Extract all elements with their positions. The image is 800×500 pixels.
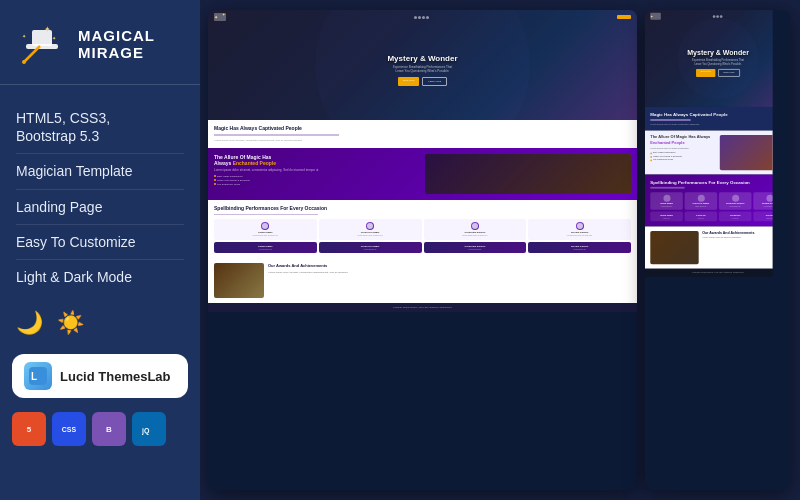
footer-text: Popular Performance: The Left Audience S… bbox=[214, 306, 631, 309]
mock-section-performances: Spellbinding Performances For Every Occa… bbox=[208, 200, 637, 258]
perf-2-icon-4 bbox=[766, 195, 773, 202]
divider bbox=[0, 84, 200, 85]
mock-nav-dots bbox=[414, 16, 429, 19]
preview-2-inner: ✦ Mystery & Wonder Experience Breathtaki… bbox=[645, 10, 773, 432]
list-2-dot-2 bbox=[650, 156, 652, 158]
mock-hero-btns: Book Now Learn More bbox=[387, 77, 457, 86]
awards-row: Our Awards And Achievements Lorem ipsum … bbox=[214, 263, 631, 298]
svg-point-11 bbox=[262, 223, 268, 229]
perf-2-r2-text-2: Lorem sit. bbox=[686, 217, 715, 219]
mock-awards-section: Our Awards And Achievements Lorem ipsum … bbox=[208, 258, 637, 303]
feature-darkmode: Light & Dark Mode bbox=[16, 260, 184, 294]
dot-4 bbox=[426, 16, 429, 19]
theme-toggle: 🌙 ☀️ bbox=[0, 300, 200, 346]
moon-icon[interactable]: 🌙 bbox=[16, 310, 43, 336]
list-2-item-1: Best Magic Experience bbox=[650, 152, 716, 155]
enchanted-2-two-col: The Allure Of Magic Has Always Enchanted… bbox=[650, 135, 772, 170]
list-text-3: Our Experince Gives bbox=[217, 183, 240, 186]
card-dark-4-text: Lorem ipsum sit. bbox=[530, 248, 629, 250]
mock-hero-btns-2: Book Now Learn More bbox=[687, 69, 749, 77]
mock-awards-section-2: Our Awards And Achievements Lorem ipsum … bbox=[645, 227, 773, 269]
perf-2-r2-text-1: Lorem sit. bbox=[652, 217, 681, 219]
perf-2-icon-3 bbox=[732, 195, 739, 202]
feature-landing: Landing Page bbox=[16, 190, 184, 225]
awards-2-text: Lorem ipsum dolor sit amet consectetur. bbox=[702, 236, 772, 239]
perf-2-r2-text-3: Lorem sit. bbox=[721, 217, 750, 219]
dot-7 bbox=[719, 15, 722, 18]
card-closeup-text: Lorem ipsum dolor sit amet con. bbox=[321, 234, 420, 236]
mock-book-btn-2: Book Now bbox=[696, 69, 715, 77]
card-stage-icon bbox=[261, 222, 269, 230]
awards-2-title: Our Awards And Achievements bbox=[702, 231, 772, 235]
perf-divider bbox=[214, 214, 318, 216]
mock-nav-logo-2 bbox=[650, 13, 661, 20]
section-2-captivated-text: Lorem ipsum dolor sit amet consectetur a… bbox=[650, 123, 772, 126]
svg-text:jQ: jQ bbox=[141, 427, 150, 435]
mock-site-2: ✦ Mystery & Wonder Experience Breathtaki… bbox=[645, 10, 773, 432]
mock-learn-btn-2: Learn More bbox=[718, 69, 740, 77]
enchanted-img-col bbox=[425, 154, 632, 194]
mock-hero-1: ✦ ✦ Mystery & Wonder Experience Breathta bbox=[208, 10, 637, 120]
svg-point-12 bbox=[367, 223, 373, 229]
perf-2-card-3: Corporate Events Lorem ipsum sit. bbox=[719, 192, 752, 210]
list-2-dot-3 bbox=[650, 160, 652, 162]
html5-badge: 5 bbox=[12, 412, 46, 446]
awards-image bbox=[214, 263, 264, 298]
feature-magician: Magician Template bbox=[16, 154, 184, 189]
perf-2-icon-1 bbox=[663, 195, 670, 202]
card-dark-3-text: Lorem ipsum sit. bbox=[426, 248, 525, 250]
mock-nav-btn bbox=[617, 15, 631, 19]
mock-section-2-captivated: Magic Has Always Captivated People Lorem… bbox=[645, 107, 773, 131]
enchanted-2-text-col: The Allure Of Magic Has Always Enchanted… bbox=[650, 135, 716, 170]
list-item-2: Magic Storytelling & Branding bbox=[214, 179, 421, 182]
performances-title: Spellbinding Performances For Every Occa… bbox=[214, 205, 631, 211]
perf-2-r2-text-4: Lorem sit. bbox=[755, 217, 773, 219]
awards-image-2 bbox=[650, 231, 698, 264]
list-2-item-2: Magic Storytelling & Branding bbox=[650, 156, 716, 159]
mock-nav-logo bbox=[214, 13, 226, 21]
list-text-2: Magic Storytelling & Branding bbox=[217, 179, 250, 182]
card-stage: Stage Magic Lorem ipsum dolor sit amet c… bbox=[214, 219, 317, 239]
perf-2-r2-card-1: Stage Magic Lorem sit. bbox=[650, 212, 683, 222]
performances-cards-dark: Stage Magic Lorem ipsum sit. Close-Up Ma… bbox=[214, 242, 631, 253]
logo-area: ✦ ✦ ✦ MAGICAL MIRAGE bbox=[0, 0, 200, 84]
feature-list: HTML5, CSS3,Bootstrap 5.3 Magician Templ… bbox=[0, 95, 200, 300]
footer-2-text: Popular Performance: The Left Audience S… bbox=[650, 271, 772, 274]
feature-html5: HTML5, CSS3,Bootstrap 5.3 bbox=[16, 101, 184, 154]
mock-section-captivated: Magic Has Always Captivated People Lorem… bbox=[208, 120, 637, 148]
list-item-3: Our Experince Gives bbox=[214, 183, 421, 186]
svg-text:✦: ✦ bbox=[44, 25, 51, 34]
perf-2-r2-card-4: Parties Lorem sit. bbox=[753, 212, 772, 222]
list-text-1: Best Magic Experience bbox=[217, 175, 243, 178]
right-content: ✦ ✦ Mystery & Wonder Experience Breathta bbox=[200, 0, 800, 500]
logo-name-top: MAGICAL bbox=[78, 27, 155, 44]
perf-2-r2-card-3: Corporate Lorem sit. bbox=[719, 212, 752, 222]
bootstrap-badge: B bbox=[92, 412, 126, 446]
card-dark-1-text: Lorem ipsum sit. bbox=[216, 248, 315, 250]
perf-2-card-1: Stage Magic Lorem ipsum sit. bbox=[650, 192, 683, 210]
card-private-icon bbox=[576, 222, 584, 230]
feature-customize: Easy To Customize bbox=[16, 225, 184, 260]
lucid-badge[interactable]: L Lucid ThemesLab bbox=[12, 354, 188, 398]
list-dot-3 bbox=[214, 183, 216, 185]
dot-1 bbox=[414, 16, 417, 19]
perf-2-text-3: Lorem ipsum sit. bbox=[721, 205, 750, 207]
dot-5 bbox=[712, 15, 715, 18]
awards-row-2: Our Awards And Achievements Lorem ipsum … bbox=[650, 231, 772, 264]
mock-hero-content-2: Mystery & Wonder Experience Breathtaking… bbox=[687, 48, 749, 77]
list-dot-2 bbox=[214, 179, 216, 181]
mock-hero-sub-2: Experience Breathtaking Performances Tha… bbox=[687, 58, 749, 65]
card-corporate: Corporate Events Lorem ipsum dolor sit a… bbox=[424, 219, 527, 239]
sun-icon[interactable]: ☀️ bbox=[57, 310, 84, 336]
dot-6 bbox=[716, 15, 719, 18]
list-dot-1 bbox=[214, 175, 216, 177]
mock-nav-1 bbox=[208, 10, 637, 24]
dot-3 bbox=[422, 16, 425, 19]
perf-2-icon-2 bbox=[697, 195, 704, 202]
perf-2-card-4: Private Parties Lorem ipsum sit. bbox=[753, 192, 772, 210]
card-dark-2-text: Lorem ipsum sit. bbox=[321, 248, 420, 250]
enchanted-list: Best Magic Experience Magic Storytelling… bbox=[214, 175, 421, 186]
mock-hero-title-2: Mystery & Wonder bbox=[687, 48, 749, 56]
perf-2-text-1: Lorem ipsum sit. bbox=[652, 205, 681, 207]
perf-2-card-2: Close-Up Magic Lorem ipsum sit. bbox=[685, 192, 718, 210]
